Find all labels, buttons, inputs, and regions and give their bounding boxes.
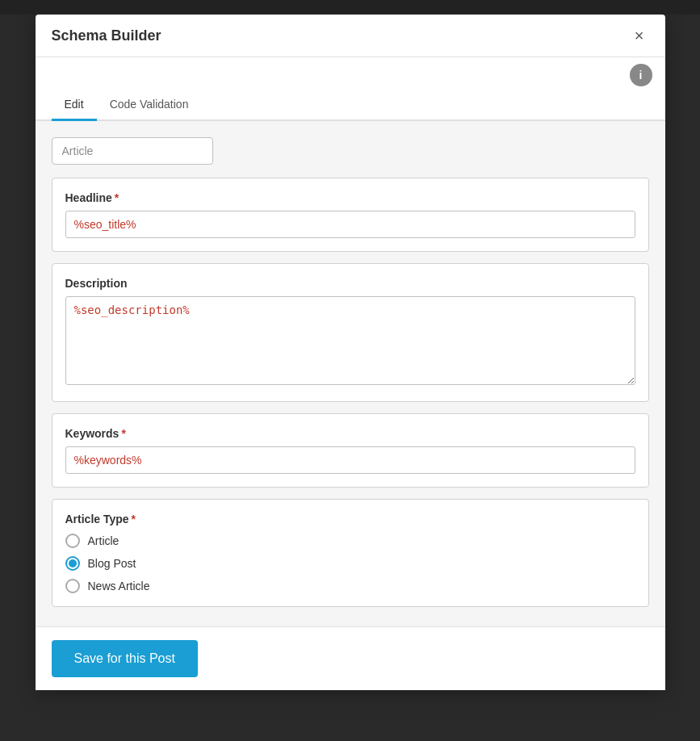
keywords-required-star: * [121,427,125,440]
modal-overlay: Schema Builder × i Edit Code Validation … [0,0,700,741]
tabs-bar: Edit Code Validation [36,90,665,121]
radio-item-news-article[interactable]: News Article [65,579,635,593]
modal-body: Headline* Description %seo_description% … [36,121,665,626]
radio-circle-article [65,534,80,548]
article-type-section: Article Type* Article Blog Post [52,499,649,607]
article-type-required-star: * [132,513,136,525]
schema-type-input[interactable] [52,137,213,165]
headline-section: Headline* [52,178,649,252]
tab-edit[interactable]: Edit [52,90,97,121]
tab-code-validation[interactable]: Code Validation [97,90,202,121]
info-button[interactable]: i [630,64,652,86]
top-bar [0,0,700,15]
description-textarea[interactable]: %seo_description% [65,296,635,385]
modal-title: Schema Builder [52,27,161,44]
radio-item-blog-post[interactable]: Blog Post [65,556,635,571]
description-label: Description [65,277,635,290]
radio-circle-news-article [65,579,80,593]
radio-label-blog-post: Blog Post [88,557,136,570]
close-button[interactable]: × [630,26,649,45]
headline-required-star: * [115,191,119,204]
save-button[interactable]: Save for this Post [52,640,198,677]
radio-circle-blog-post [65,556,80,571]
keywords-input[interactable] [65,446,635,474]
headline-label: Headline* [65,191,635,204]
article-type-radio-group: Article Blog Post News Article [65,534,635,593]
radio-item-article[interactable]: Article [65,534,635,548]
modal-toolbar: i [36,57,665,86]
headline-input[interactable] [65,211,635,238]
modal-container: Schema Builder × i Edit Code Validation … [36,15,665,690]
modal-footer: Save for this Post [36,626,665,690]
description-section: Description %seo_description% [52,263,649,402]
modal-header: Schema Builder × [36,15,665,57]
radio-label-news-article: News Article [88,580,150,592]
keywords-section: Keywords* [52,413,649,488]
keywords-label: Keywords* [65,427,635,440]
radio-label-article: Article [88,534,119,547]
article-type-label: Article Type* [65,513,635,525]
